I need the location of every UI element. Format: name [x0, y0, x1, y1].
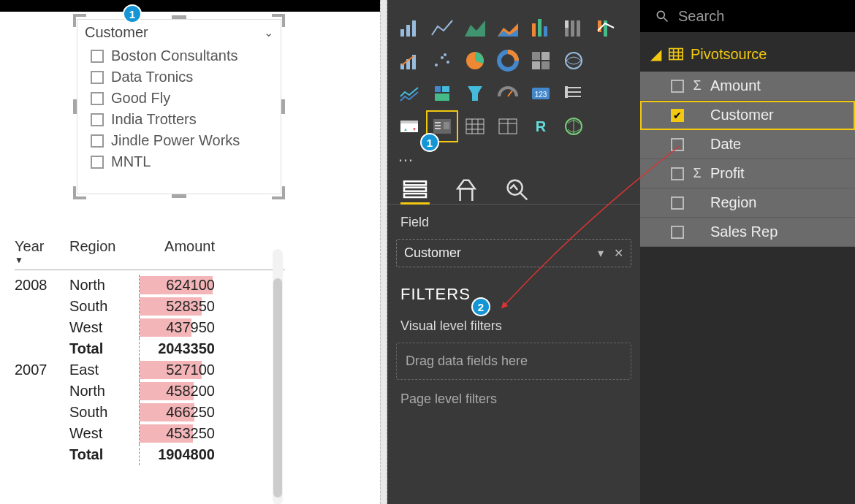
col-year[interactable]: Year [15, 238, 44, 254]
slicer-item[interactable]: Jindle Power Works [91, 130, 273, 151]
callout-badge-2: 2 [471, 297, 490, 316]
fields-tab[interactable] [400, 179, 430, 201]
checkbox-icon[interactable] [91, 50, 104, 63]
field-checkbox[interactable] [671, 80, 684, 93]
field-checkbox[interactable] [671, 167, 684, 180]
field-name: Amount [710, 77, 761, 94]
viz-type-icon[interactable] [559, 112, 588, 141]
search-icon [655, 9, 669, 23]
svg-point-59 [657, 11, 664, 18]
field-name: Sales Rep [710, 224, 778, 240]
visual-filters-dropzone[interactable]: Drag data fields here [396, 343, 631, 380]
svg-rect-9 [577, 20, 580, 37]
slicer-item[interactable]: MNTL [91, 151, 273, 172]
table-scrollbar[interactable] [273, 249, 283, 504]
viz-type-icon[interactable]: ▲▼ [395, 112, 424, 141]
viz-type-icon[interactable] [493, 13, 522, 42]
table-row[interactable]: 2007East527100 [15, 359, 285, 381]
field-checkbox[interactable] [671, 138, 684, 151]
field-item[interactable]: Date [640, 130, 855, 159]
sort-desc-icon[interactable]: ▼ [15, 255, 69, 265]
viz-type-icon[interactable] [559, 79, 588, 108]
col-amount[interactable]: Amount [164, 238, 215, 254]
table-row[interactable]: North458200 [15, 381, 285, 402]
slicer-item[interactable]: Data Tronics [91, 66, 273, 88]
field-item[interactable]: ΣAmount [640, 72, 855, 101]
field-name: Customer [710, 107, 774, 123]
svg-rect-43 [435, 128, 441, 129]
field-item[interactable]: Sales Rep [640, 218, 855, 247]
checkbox-icon[interactable] [91, 92, 104, 105]
viz-type-icon[interactable] [493, 112, 522, 141]
table-row[interactable]: Total1904800 [15, 444, 285, 465]
slicer-item[interactable]: Boston Consultants [91, 45, 273, 66]
field-checkbox[interactable] [671, 196, 684, 210]
table-row[interactable]: West437950 [15, 317, 285, 338]
field-item[interactable]: ✔ Customer [640, 101, 855, 130]
viz-type-icon[interactable] [460, 79, 490, 108]
format-tab[interactable] [452, 179, 481, 201]
svg-rect-4 [538, 19, 542, 37]
sigma-icon: Σ [691, 166, 703, 181]
field-well[interactable]: Customer ▾ ✕ [396, 239, 631, 267]
viz-type-icon[interactable] [493, 79, 522, 108]
viz-type-icon[interactable] [526, 13, 555, 42]
col-region[interactable]: Region [69, 238, 115, 254]
field-well-value: Customer [404, 245, 461, 261]
slicer-item[interactable]: Good Fly [91, 88, 273, 109]
viz-type-icon[interactable] [395, 46, 424, 75]
field-item[interactable]: Region [640, 188, 855, 218]
expand-caret-icon[interactable]: ◢ [650, 45, 661, 63]
viz-type-icon[interactable] [395, 79, 424, 108]
filters-heading: FILTERS [387, 270, 640, 311]
field-checkbox[interactable]: ✔ [671, 109, 684, 122]
svg-point-18 [444, 53, 446, 56]
checkbox-icon[interactable] [91, 113, 104, 126]
scrollbar-thumb[interactable] [273, 278, 282, 497]
data-table-visual[interactable]: Year ▼ Region Amount 2008North624100Sout… [15, 238, 285, 465]
table-row[interactable]: 2008North624100 [15, 275, 285, 296]
format-tabs [387, 173, 640, 205]
table-node[interactable]: ◢ Pivotsource [640, 32, 855, 72]
viz-type-icon[interactable] [428, 79, 457, 108]
viz-type-icon[interactable] [526, 46, 555, 75]
callout-badge-1b: 1 [420, 133, 439, 152]
remove-field-icon[interactable]: ✕ [614, 246, 623, 260]
field-item[interactable]: ΣProfit [640, 159, 855, 188]
table-row[interactable]: Total2043350 [15, 338, 285, 359]
sigma-icon: Σ [691, 78, 703, 93]
table-row[interactable]: South466250 [15, 402, 285, 423]
svg-rect-56 [404, 188, 426, 191]
viz-type-icon[interactable] [493, 46, 522, 75]
viz-type-icon[interactable] [559, 46, 588, 75]
viz-type-icon[interactable] [460, 13, 490, 42]
svg-point-25 [566, 53, 582, 69]
slicer-item[interactable]: India Trotters [91, 109, 273, 130]
viz-type-icon[interactable]: 123 [526, 79, 555, 108]
dropdown-caret-icon[interactable]: ▾ [598, 246, 604, 260]
analytics-tab[interactable] [503, 179, 532, 201]
table-row[interactable]: West453250 [15, 423, 285, 444]
viz-type-icon[interactable]: R [526, 112, 555, 141]
viz-type-icon[interactable] [395, 13, 424, 42]
page-level-filters-label: Page level filters [387, 383, 640, 407]
slicer-item-label: MNTL [111, 153, 151, 170]
viz-type-icon[interactable] [428, 13, 457, 42]
viz-type-icon[interactable] [428, 46, 457, 75]
checkbox-icon[interactable] [91, 71, 104, 84]
panel-divider[interactable] [380, 0, 387, 504]
callout-badge-1a: 1 [123, 4, 142, 23]
slicer-title: Customer [85, 24, 148, 41]
viz-type-icon[interactable] [460, 46, 490, 75]
chevron-down-icon[interactable]: ⌄ [264, 26, 273, 39]
table-row[interactable]: South528350 [15, 296, 285, 317]
viz-type-icon[interactable] [592, 13, 621, 42]
viz-type-icon[interactable] [460, 112, 490, 141]
checkbox-icon[interactable] [91, 156, 104, 169]
slicer-item-label: Good Fly [111, 90, 170, 107]
viz-type-icon[interactable] [559, 13, 588, 42]
slicer-visual[interactable]: Customer ⌄ Boston ConsultantsData Tronic… [77, 19, 281, 194]
checkbox-icon[interactable] [91, 134, 104, 148]
fields-search[interactable]: Search [640, 0, 855, 32]
field-checkbox[interactable] [671, 226, 684, 239]
